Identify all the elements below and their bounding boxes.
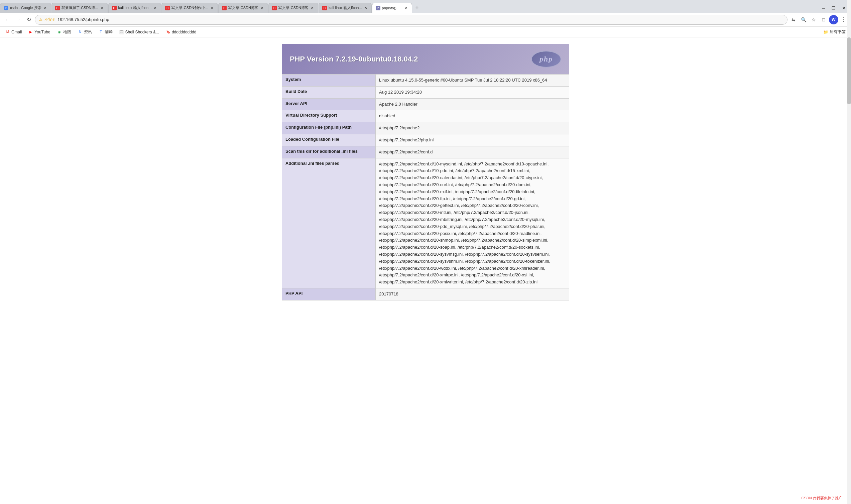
bookmark-maps[interactable]: ◉ 地图 <box>54 28 74 36</box>
navigation-bar: ← → ↻ ⚠ 不安全 192.168.75.52/phpinfo.php ⇆ … <box>0 13 851 27</box>
bookmark-label-ddd: ddddddddddd <box>172 30 196 34</box>
table-value: Aug 12 2019 19:34:28 <box>376 86 569 98</box>
tab-label-phpinfo: phpinfo() <box>382 6 402 10</box>
scrollbar-thumb[interactable] <box>847 37 851 104</box>
back-button[interactable]: ← <box>3 15 12 24</box>
table-row: Build DateAug 12 2019 19:34:28 <box>282 86 569 98</box>
tab-label-csdn2: 我要疯掉了-CSDN博... <box>61 5 98 11</box>
tab-close-kali1[interactable]: ✕ <box>153 6 158 11</box>
tab-close-kali2[interactable]: ✕ <box>363 6 368 11</box>
table-key: Virtual Directory Support <box>282 110 376 122</box>
tab-favicon-csdn: G <box>4 6 8 11</box>
tab-close-write2[interactable]: ✕ <box>260 6 265 11</box>
forward-button[interactable]: → <box>13 15 23 24</box>
tab-phpinfo[interactable]: P phpinfo() ✕ <box>372 3 412 13</box>
bookmark-favicon-news: N <box>78 30 83 34</box>
tab-close-write1[interactable]: ✕ <box>210 6 214 11</box>
address-bar[interactable]: ⚠ 不安全 192.168.75.52/phpinfo.php <box>35 15 787 25</box>
bookmark-button[interactable]: ☆ <box>809 15 818 24</box>
folder-icon: 📁 <box>823 30 828 34</box>
csdn-badge: CSDN @我要疯掉了推广 <box>799 495 844 501</box>
bookmark-label-shell: Shell Shockers &... <box>125 30 159 34</box>
reload-button[interactable]: ↻ <box>24 15 33 24</box>
tab-write-csdn3[interactable]: C 写文章-CSDN博客 ✕ <box>268 3 318 13</box>
tab-favicon-kali1: C <box>112 6 117 11</box>
table-value: disabled <box>376 110 569 122</box>
bookmark-news[interactable]: N 资讯 <box>75 28 95 36</box>
php-logo-text: php <box>540 55 553 64</box>
table-key: System <box>282 74 376 87</box>
table-key: Build Date <box>282 86 376 98</box>
table-value: Apache 2.0 Handler <box>376 98 569 110</box>
bookmark-label-news: 资讯 <box>84 29 92 35</box>
tab-write-csdn2[interactable]: C 写文章-CSDN博客 ✕ <box>218 3 268 13</box>
phpinfo-container: PHP Version 7.2.19-0ubuntu0.18.04.2 php … <box>282 44 569 497</box>
tab-label-kali1: kali linux 输入ifcon... <box>118 5 152 11</box>
phpinfo-table: SystemLinux ubuntu 4.15.0-55-generic #60… <box>282 74 569 301</box>
bookmark-favicon-shell: 🛡 <box>119 30 124 34</box>
translate-button[interactable]: ⇆ <box>789 15 798 24</box>
page-content: PHP Version 7.2.19-0ubuntu0.18.04.2 php … <box>0 37 851 504</box>
minimize-button[interactable]: ─ <box>819 3 828 13</box>
bookmark-translate[interactable]: T 翻译 <box>96 28 115 36</box>
table-value: /etc/php/7.2/apache2 <box>376 122 569 134</box>
table-value: /etc/php/7.2/apache2/conf.d <box>376 146 569 158</box>
tab-close-phpinfo[interactable]: ✕ <box>404 6 409 11</box>
profile-button[interactable]: W <box>829 15 838 24</box>
table-value: /etc/php/7.2/apache2/conf.d/10-mysqlnd.i… <box>376 158 569 288</box>
tab-close-write3[interactable]: ✕ <box>310 6 314 11</box>
new-tab-button[interactable]: + <box>413 3 422 13</box>
tab-kali1[interactable]: C kali linux 输入ifcon... ✕ <box>108 3 161 13</box>
tab-label-kali2: kali linux 输入ifcon... <box>329 5 362 11</box>
tab-write-csdn1[interactable]: C 写文章-CSDN创作中... ✕ <box>161 3 218 13</box>
table-key: Configuration File (php.ini) Path <box>282 122 376 134</box>
bookmark-gmail[interactable]: M Gmail <box>3 29 24 36</box>
extension-button[interactable]: □ <box>819 15 828 24</box>
bookmark-folder-label: 所有书签 <box>830 29 846 35</box>
bookmark-favicon-youtube: ▶ <box>29 30 33 34</box>
tab-close-csdn[interactable]: ✕ <box>43 6 48 11</box>
tab-kali2[interactable]: C kali linux 输入ifcon... ✕ <box>319 3 372 13</box>
table-key: Loaded Configuration File <box>282 134 376 146</box>
tab-favicon-csdn2: C <box>55 6 60 11</box>
tab-favicon-phpinfo: P <box>376 6 380 11</box>
table-row: SystemLinux ubuntu 4.15.0-55-generic #60… <box>282 74 569 87</box>
scrollbar[interactable] <box>847 0 851 504</box>
tab-label-write2: 写文章-CSDN博客 <box>228 5 258 11</box>
tab-close-csdn2[interactable]: ✕ <box>99 6 104 11</box>
bookmark-ddd[interactable]: 🔖 ddddddddddd <box>163 29 199 36</box>
bookmark-label-youtube: YouTube <box>34 30 50 34</box>
table-value: Linux ubuntu 4.15.0-55-generic #60-Ubunt… <box>376 74 569 87</box>
bookmark-all-folder[interactable]: 📁 所有书签 <box>820 28 848 36</box>
table-row: Loaded Configuration File/etc/php/7.2/ap… <box>282 134 569 146</box>
bookmark-favicon-maps: ◉ <box>57 30 62 34</box>
php-header: PHP Version 7.2.19-0ubuntu0.18.04.2 php <box>282 44 569 74</box>
bookmark-favicon-gmail: M <box>5 30 10 34</box>
php-logo: php <box>531 51 561 68</box>
search-button[interactable]: 🔍 <box>799 15 808 24</box>
bookmark-label-translate: 翻译 <box>105 29 113 35</box>
tab-favicon-write2: C <box>222 6 227 11</box>
bookmark-label-gmail: Gmail <box>11 30 22 34</box>
table-row: Scan this dir for additional .ini files/… <box>282 146 569 158</box>
tab-favicon-kali2: C <box>322 6 327 11</box>
tab-label-write1: 写文章-CSDN创作中... <box>171 5 208 11</box>
url-display: 192.168.75.52/phpinfo.php <box>57 17 109 22</box>
bookmark-favicon-translate: T <box>98 30 103 34</box>
bookmark-shell[interactable]: 🛡 Shell Shockers &... <box>117 29 162 36</box>
bookmarks-bar: M Gmail ▶ YouTube ◉ 地图 N 资讯 T 翻译 🛡 Shell… <box>0 27 851 37</box>
tab-csdn-google[interactable]: G csdn - Google 搜索 ✕ <box>0 3 51 13</box>
restore-button[interactable]: ❐ <box>829 3 838 13</box>
tab-bar: G csdn - Google 搜索 ✕ C 我要疯掉了-CSDN博... ✕ … <box>0 0 851 13</box>
table-key: Server API <box>282 98 376 110</box>
security-label: 不安全 <box>44 17 55 22</box>
bookmark-youtube[interactable]: ▶ YouTube <box>26 29 53 36</box>
table-row: PHP API20170718 <box>282 288 569 300</box>
table-row: Configuration File (php.ini) Path/etc/ph… <box>282 122 569 134</box>
table-value: 20170718 <box>376 288 569 300</box>
table-row: Server APIApache 2.0 Handler <box>282 98 569 110</box>
browser-frame: G csdn - Google 搜索 ✕ C 我要疯掉了-CSDN博... ✕ … <box>0 0 851 37</box>
table-key: Additional .ini files parsed <box>282 158 376 288</box>
bookmark-label-maps: 地图 <box>63 29 71 35</box>
tab-csdn2[interactable]: C 我要疯掉了-CSDN博... ✕ <box>52 3 108 13</box>
